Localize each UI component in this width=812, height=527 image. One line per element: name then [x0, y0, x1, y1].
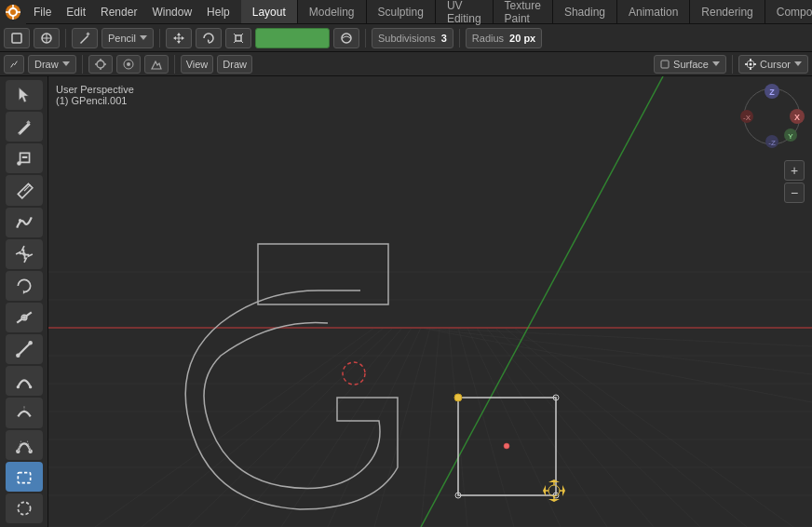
- tab-modeling[interactable]: Modeling: [298, 0, 367, 23]
- radius-field[interactable]: Radius 20 px: [466, 28, 542, 48]
- move-tool-btn[interactable]: [6, 239, 43, 269]
- proportional-edit-btn[interactable]: [116, 55, 141, 74]
- cursor-dropdown[interactable]: Cursor: [738, 55, 808, 74]
- svg-rect-53: [48, 76, 812, 527]
- svg-rect-25: [661, 61, 669, 68]
- line-tool-btn[interactable]: [6, 334, 43, 364]
- scale-transform-btn[interactable]: [225, 28, 251, 48]
- svg-text:-X: -X: [743, 114, 751, 122]
- viewport-grid: [48, 76, 812, 527]
- move-transform-btn[interactable]: [166, 28, 192, 48]
- zoom-out-btn[interactable]: −: [784, 182, 805, 203]
- svg-point-36: [22, 252, 25, 255]
- add-point-btn[interactable]: [6, 303, 43, 332]
- zoom-in-btn[interactable]: +: [784, 160, 805, 181]
- separator-3: [365, 29, 366, 47]
- fill-tool-btn[interactable]: [6, 143, 43, 173]
- svg-text:-Z: -Z: [768, 139, 776, 147]
- viewport[interactable]: User Perspective (1) GPencil.001 Z -Z X …: [48, 76, 812, 527]
- navigation-gizmo[interactable]: Z -Z X -X Y: [739, 84, 805, 149]
- select-rect-btn[interactable]: [6, 462, 43, 492]
- svg-marker-37: [22, 290, 24, 293]
- svg-rect-10: [86, 32, 89, 35]
- svg-point-44: [16, 385, 19, 388]
- snap-btn[interactable]: [88, 55, 113, 74]
- draw-mode-icon[interactable]: [4, 55, 24, 74]
- sec-sep-3: [732, 55, 733, 74]
- erase-tool-btn[interactable]: [6, 175, 43, 205]
- tab-sculpting[interactable]: Sculpting: [367, 0, 436, 23]
- svg-point-45: [29, 385, 32, 388]
- mode-dropdown-arrow: [62, 61, 70, 66]
- object-mode-icon-btn[interactable]: [4, 28, 30, 48]
- cursor-dropdown-arrow: [794, 61, 802, 66]
- svg-line-14: [241, 34, 243, 35]
- secondary-toolbar: Draw View Draw Surface Cursor: [0, 52, 812, 76]
- curve-tool-btn[interactable]: [6, 366, 43, 396]
- svg-point-42: [16, 354, 20, 358]
- help-menu[interactable]: Help: [199, 0, 237, 23]
- tab-uv-editing[interactable]: UV Editing: [436, 0, 494, 23]
- subdivisions-field[interactable]: Subdivisions 3: [372, 28, 453, 48]
- svg-line-41: [18, 344, 30, 356]
- tab-layout[interactable]: Layout: [241, 0, 298, 23]
- sec-sep-1: [82, 55, 83, 74]
- pen-tool-btn[interactable]: [6, 430, 43, 460]
- pencil-tool-btn[interactable]: [6, 112, 43, 142]
- svg-rect-6: [12, 34, 21, 43]
- left-toolbar: [0, 76, 48, 527]
- header-toolbar: Pencil Subdivisions 3 Radius 20 px: [0, 24, 812, 52]
- svg-point-27: [749, 62, 751, 65]
- draw-menu-btn[interactable]: Draw: [217, 55, 252, 74]
- tab-texture-paint[interactable]: Texture Paint: [494, 0, 553, 23]
- workspace-tabs: Layout Modeling Sculpting UV Editing Tex…: [241, 0, 812, 23]
- surface-dropdown-arrow: [712, 61, 720, 66]
- brush-strength-bar[interactable]: [255, 28, 330, 48]
- arc-tool-btn[interactable]: [6, 398, 43, 427]
- stroke-smooth-btn[interactable]: [6, 208, 43, 237]
- render-menu[interactable]: Render: [93, 0, 144, 23]
- cursor-tool-btn[interactable]: [6, 80, 43, 110]
- svg-rect-51: [18, 472, 30, 482]
- rotate-tool-btn[interactable]: [6, 271, 43, 301]
- surface-dropdown[interactable]: Surface: [654, 55, 726, 74]
- tab-shading[interactable]: Shading: [553, 0, 617, 23]
- svg-text:Z: Z: [769, 88, 775, 97]
- svg-line-16: [241, 41, 243, 43]
- view-menu-btn[interactable]: View: [181, 55, 214, 74]
- top-menu-bar: File Edit Render Window Help Layout Mode…: [0, 0, 812, 24]
- separator-2: [159, 29, 160, 47]
- main-area: User Perspective (1) GPencil.001 Z -Z X …: [0, 76, 812, 527]
- draw-mode-dropdown[interactable]: Draw: [28, 55, 76, 74]
- pencil-icon-btn[interactable]: [72, 28, 98, 48]
- file-menu[interactable]: File: [26, 0, 59, 23]
- edit-menu[interactable]: Edit: [59, 0, 93, 23]
- svg-point-43: [28, 341, 32, 345]
- sec-sep-2: [174, 55, 175, 74]
- zoom-controls: + −: [784, 160, 805, 203]
- svg-line-13: [234, 34, 236, 35]
- separator-1: [65, 29, 66, 47]
- tab-compositing[interactable]: Compositing: [765, 0, 812, 23]
- stroke-settings-btn[interactable]: [333, 28, 359, 48]
- rotate-transform-btn[interactable]: [196, 28, 222, 48]
- pencil-dropdown[interactable]: Pencil: [102, 28, 154, 48]
- pencil-dropdown-arrow: [140, 35, 147, 40]
- svg-text:Y: Y: [788, 132, 793, 141]
- window-menu[interactable]: Window: [144, 0, 199, 23]
- svg-point-24: [127, 62, 130, 66]
- tab-rendering[interactable]: Rendering: [690, 0, 765, 23]
- svg-point-87: [454, 394, 462, 401]
- svg-point-35: [18, 219, 20, 222]
- svg-point-33: [17, 162, 20, 166]
- stroke-placement-btn[interactable]: [144, 55, 169, 74]
- transform-btn[interactable]: [34, 28, 60, 48]
- select-circle-btn[interactable]: [6, 493, 43, 523]
- blender-logo[interactable]: [0, 0, 26, 24]
- tab-animation[interactable]: Animation: [617, 0, 690, 23]
- svg-text:X: X: [794, 113, 800, 122]
- file-menu-group: File Edit Render Window Help: [26, 0, 237, 23]
- svg-rect-12: [236, 35, 241, 41]
- svg-point-91: [504, 443, 509, 449]
- separator-4: [459, 29, 460, 47]
